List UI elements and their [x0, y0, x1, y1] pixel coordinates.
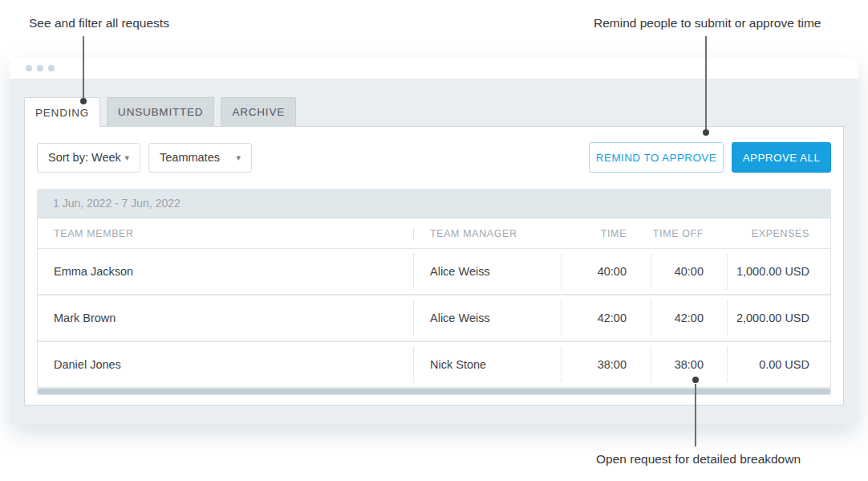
column-header-team-manager: TEAM MANAGER [413, 228, 561, 239]
chevron-down-icon: ▾ [124, 153, 129, 162]
window-control-dot [26, 65, 32, 71]
cell-expenses[interactable]: 0.00 USD [727, 347, 830, 382]
annotation-open-request: Open request for detailed breakdown [596, 452, 801, 467]
window-control-dot [48, 65, 55, 71]
cell-time-off[interactable]: 40:00 [651, 254, 727, 289]
teammates-dropdown-value: Teammates [160, 151, 220, 164]
toolbar: Sort by: Week ▾ Teammates ▾ REMIND TO AP… [25, 127, 843, 173]
annotation-dot-pending-tab [80, 98, 87, 104]
annotation-remind-people: Remind people to submit or approve time [594, 16, 821, 31]
cell-team-member: Emma Jackson [38, 254, 413, 289]
cell-time[interactable]: 40:00 [561, 254, 651, 289]
cell-time[interactable]: 42:00 [561, 300, 651, 336]
annotation-line-left [83, 36, 84, 98]
window-titlebar [10, 58, 858, 79]
annotation-filter-requests: See and filter all requests [29, 16, 169, 31]
annotation-dot-time-off-cell [692, 377, 699, 383]
remind-to-approve-button[interactable]: REMIND TO APPROVE [589, 142, 724, 173]
chevron-down-icon: ▾ [236, 153, 241, 162]
requests-table: TEAM MEMBER TEAM MANAGER TIME TIME OFF E… [37, 218, 831, 395]
horizontal-scrollbar[interactable] [38, 389, 830, 394]
table-row[interactable]: Mark Brown Alice Weiss 42:00 42:00 2,000… [38, 296, 830, 342]
tab-archive[interactable]: ARCHIVE [221, 97, 296, 126]
annotation-dot-remind-button [703, 129, 709, 136]
page: See and filter all requests Remind peopl… [0, 0, 868, 481]
sort-by-dropdown-value: Sort by: Week [48, 151, 121, 164]
cell-time-off[interactable]: 38:00 [651, 347, 727, 382]
cell-team-manager: Alice Weiss [413, 300, 561, 336]
cell-team-manager: Alice Weiss [413, 254, 561, 289]
table-row[interactable]: Daniel Jones Nick Stone 38:00 38:00 0.00… [38, 342, 830, 389]
cell-team-member: Mark Brown [38, 300, 413, 336]
column-header-time: TIME [561, 228, 651, 239]
annotation-line-bottom [695, 384, 696, 446]
tab-unsubmitted[interactable]: UNSUBMITTED [107, 97, 214, 126]
cell-team-manager: Nick Stone [413, 347, 561, 382]
date-range-header: 1 Jun, 2022 - 7 Jun, 2022 [37, 189, 831, 218]
content-panel: Sort by: Week ▾ Teammates ▾ REMIND TO AP… [24, 126, 844, 406]
cell-time-off[interactable]: 42:00 [651, 300, 727, 336]
column-header-team-member: TEAM MEMBER [38, 228, 413, 239]
teammates-dropdown[interactable]: Teammates ▾ [148, 143, 252, 173]
annotation-line-right [705, 36, 707, 129]
window-control-dot [37, 65, 43, 71]
table-header-row: TEAM MEMBER TEAM MANAGER TIME TIME OFF E… [38, 218, 830, 249]
cell-time[interactable]: 38:00 [561, 347, 651, 382]
cell-expenses[interactable]: 2,000.00 USD [727, 300, 830, 336]
cell-expenses[interactable]: 1,000.00 USD [727, 254, 830, 289]
sort-by-dropdown[interactable]: Sort by: Week ▾ [37, 143, 140, 173]
table-row[interactable]: Emma Jackson Alice Weiss 40:00 40:00 1,0… [38, 249, 830, 296]
column-header-expenses: EXPENSES [727, 228, 830, 239]
tab-bar: PENDING UNSUBMITTED ARCHIVE [24, 97, 844, 126]
approve-all-button[interactable]: APPROVE ALL [732, 142, 831, 173]
tab-pending[interactable]: PENDING [24, 97, 100, 127]
cell-team-member: Daniel Jones [38, 347, 413, 382]
column-header-time-off: TIME OFF [651, 228, 727, 239]
app-window: PENDING UNSUBMITTED ARCHIVE Sort by: Wee… [10, 58, 858, 424]
date-range-label: 1 Jun, 2022 - 7 Jun, 2022 [53, 197, 180, 210]
